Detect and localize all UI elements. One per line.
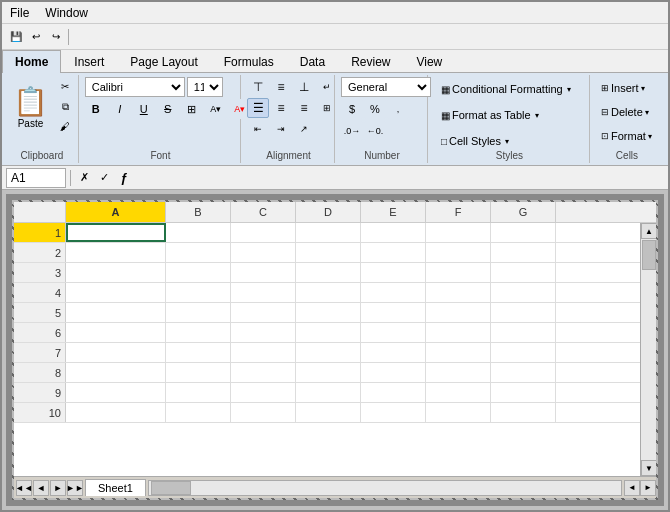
row-header-4[interactable]: 4 — [14, 283, 66, 302]
cell-c8[interactable] — [231, 363, 296, 382]
cell-a8[interactable] — [66, 363, 166, 382]
cell-f9[interactable] — [426, 383, 491, 402]
currency-button[interactable]: $ — [341, 99, 363, 119]
cell-b7[interactable] — [166, 343, 231, 362]
prev-sheet-button[interactable]: ◄ — [33, 480, 49, 496]
horizontal-scroll-thumb[interactable] — [151, 481, 191, 495]
row-header-7[interactable]: 7 — [14, 343, 66, 362]
cell-b10[interactable] — [166, 403, 231, 422]
increase-decimal-button[interactable]: ←0. — [364, 121, 386, 141]
cell-b8[interactable] — [166, 363, 231, 382]
formula-cancel-icon[interactable]: ✗ — [75, 169, 93, 187]
sheet-tab-sheet1[interactable]: Sheet1 — [85, 479, 146, 496]
cell-c9[interactable] — [231, 383, 296, 402]
row-header-5[interactable]: 5 — [14, 303, 66, 322]
tab-insert[interactable]: Insert — [61, 50, 117, 73]
paste-button[interactable]: 📋 Paste — [10, 77, 51, 137]
cell-c1[interactable] — [231, 223, 296, 242]
tab-review[interactable]: Review — [338, 50, 403, 73]
fill-color-button[interactable]: A▾ — [205, 99, 227, 119]
cell-g1[interactable] — [491, 223, 556, 242]
cell-c3[interactable] — [231, 263, 296, 282]
cell-a2[interactable] — [66, 243, 166, 262]
cell-g3[interactable] — [491, 263, 556, 282]
cell-d8[interactable] — [296, 363, 361, 382]
col-header-c[interactable]: C — [231, 202, 296, 222]
cell-a7[interactable] — [66, 343, 166, 362]
cell-a3[interactable] — [66, 263, 166, 282]
cell-g4[interactable] — [491, 283, 556, 302]
wrap-text-button[interactable]: ↵ — [316, 77, 338, 97]
cell-d9[interactable] — [296, 383, 361, 402]
cell-e8[interactable] — [361, 363, 426, 382]
align-right-button[interactable]: ≡ — [293, 98, 315, 118]
cell-d10[interactable] — [296, 403, 361, 422]
cell-a6[interactable] — [66, 323, 166, 342]
cell-f3[interactable] — [426, 263, 491, 282]
save-button[interactable]: 💾 — [6, 27, 26, 47]
cell-e6[interactable] — [361, 323, 426, 342]
scroll-track[interactable] — [641, 239, 656, 460]
cell-c6[interactable] — [231, 323, 296, 342]
formula-confirm-icon[interactable]: ✓ — [95, 169, 113, 187]
cell-c4[interactable] — [231, 283, 296, 302]
orient-button[interactable]: ↗ — [293, 119, 315, 139]
cell-e7[interactable] — [361, 343, 426, 362]
border-button[interactable]: ⊞ — [181, 99, 203, 119]
cell-b6[interactable] — [166, 323, 231, 342]
cell-b2[interactable] — [166, 243, 231, 262]
conditional-formatting-button[interactable]: ▦ Conditional Formatting ▾ — [434, 77, 578, 101]
cell-g8[interactable] — [491, 363, 556, 382]
redo-button[interactable]: ↪ — [46, 27, 66, 47]
cell-a9[interactable] — [66, 383, 166, 402]
format-button[interactable]: ⊡ Format ▾ — [596, 125, 657, 147]
cell-e4[interactable] — [361, 283, 426, 302]
cell-a10[interactable] — [66, 403, 166, 422]
col-header-b[interactable]: B — [166, 202, 231, 222]
cell-d4[interactable] — [296, 283, 361, 302]
row-header-2[interactable]: 2 — [14, 243, 66, 262]
merge-button[interactable]: ⊞ — [316, 98, 338, 118]
cell-b1[interactable] — [166, 223, 231, 242]
row-header-1[interactable]: 1 — [14, 223, 66, 242]
cell-g6[interactable] — [491, 323, 556, 342]
cell-e10[interactable] — [361, 403, 426, 422]
font-size-select[interactable]: 11 — [187, 77, 223, 97]
cell-reference-input[interactable] — [6, 168, 66, 188]
copy-button[interactable]: ⧉ — [53, 97, 77, 116]
strikethrough-button[interactable]: S — [157, 99, 179, 119]
font-name-select[interactable]: Calibri — [85, 77, 185, 97]
tab-data[interactable]: Data — [287, 50, 338, 73]
decrease-indent-button[interactable]: ⇤ — [247, 119, 269, 139]
cut-button[interactable]: ✂ — [53, 77, 77, 96]
row-header-9[interactable]: 9 — [14, 383, 66, 402]
cell-c7[interactable] — [231, 343, 296, 362]
scroll-up-button[interactable]: ▲ — [641, 223, 656, 239]
formula-input[interactable] — [137, 168, 664, 188]
cell-b3[interactable] — [166, 263, 231, 282]
number-format-select[interactable]: General — [341, 77, 431, 97]
cell-b5[interactable] — [166, 303, 231, 322]
percent-button[interactable]: % — [364, 99, 386, 119]
cell-f2[interactable] — [426, 243, 491, 262]
last-sheet-button[interactable]: ►► — [67, 480, 83, 496]
insert-button[interactable]: ⊞ Insert ▾ — [596, 77, 657, 99]
menu-file[interactable]: File — [2, 4, 37, 22]
cell-f1[interactable] — [426, 223, 491, 242]
cell-g10[interactable] — [491, 403, 556, 422]
increase-indent-button[interactable]: ⇥ — [270, 119, 292, 139]
vertical-scrollbar[interactable]: ▲ ▼ — [640, 223, 656, 476]
italic-button[interactable]: I — [109, 99, 131, 119]
align-left-button[interactable]: ☰ — [247, 98, 269, 118]
comma-button[interactable]: , — [387, 99, 409, 119]
tab-view[interactable]: View — [403, 50, 455, 73]
cell-e3[interactable] — [361, 263, 426, 282]
cell-e2[interactable] — [361, 243, 426, 262]
cell-e9[interactable] — [361, 383, 426, 402]
undo-button[interactable]: ↩ — [26, 27, 46, 47]
scroll-left-button[interactable]: ◄ — [624, 480, 640, 496]
cell-g2[interactable] — [491, 243, 556, 262]
col-header-e[interactable]: E — [361, 202, 426, 222]
cell-f5[interactable] — [426, 303, 491, 322]
decrease-decimal-button[interactable]: .0→ — [341, 121, 363, 141]
